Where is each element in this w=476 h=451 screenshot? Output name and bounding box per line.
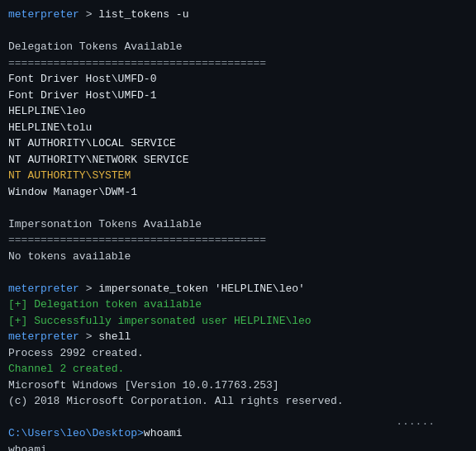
terminal-line: Window Manager\DWM-1 <box>8 184 468 201</box>
terminal-line: Impersonation Tokens Available <box>8 216 468 233</box>
command-text: whoami <box>144 427 183 439</box>
terminal-line: Channel 2 created. <box>8 361 468 377</box>
terminal-line <box>8 264 468 281</box>
terminal-line: HELPLINE\tolu <box>8 120 468 136</box>
terminal-line: whoami <box>8 442 468 452</box>
terminal-line <box>8 200 468 216</box>
terminal-content: meterpreter > list_tokens -u Delegation … <box>8 7 468 451</box>
terminal-line: [+] Delegation token available <box>8 297 468 313</box>
terminal-line: meterpreter > shell <box>8 329 468 345</box>
terminal-window: meterpreter > list_tokens -u Delegation … <box>0 0 476 451</box>
prompt-text: meterpreter <box>8 8 79 21</box>
prompt-text: C:\Users\leo\Desktop> <box>8 427 144 439</box>
terminal-line: NT AUTHORITY\LOCAL SERVICE <box>8 135 468 152</box>
command-text: list_tokens -u <box>98 8 188 21</box>
terminal-line: ======================================== <box>8 232 468 249</box>
terminal-line: (c) 2018 Microsoft Corporation. All righ… <box>8 393 468 410</box>
command-text: impersonate_token 'HELPLINE\leo' <box>98 282 305 295</box>
terminal-line: [+] Successfully impersonated user HELPL… <box>8 313 468 330</box>
scroll-indicator: ...... <box>396 415 435 428</box>
terminal-line: HELPLINE\leo <box>8 103 468 120</box>
terminal-line: Delegation Tokens Available <box>8 39 468 55</box>
terminal-line: meterpreter > list_tokens -u <box>8 7 468 23</box>
terminal-line: NT AUTHORITY\SYSTEM <box>8 168 468 184</box>
command-text: shell <box>98 330 131 343</box>
terminal-line: No tokens available <box>8 249 468 265</box>
prompt-text: meterpreter <box>8 330 79 343</box>
terminal-line: Font Driver Host\UMFD-1 <box>8 88 468 104</box>
terminal-line: NT AUTHORITY\NETWORK SERVICE <box>8 152 468 169</box>
terminal-line: Process 2992 created. <box>8 345 468 362</box>
terminal-line: Microsoft Windows [Version 10.0.17763.25… <box>8 377 468 394</box>
terminal-line: Font Driver Host\UMFD-0 <box>8 71 468 88</box>
terminal-line: ======================================== <box>8 55 468 72</box>
terminal-line: meterpreter > impersonate_token 'HELPLIN… <box>8 281 468 297</box>
prompt-text: meterpreter <box>8 282 79 295</box>
terminal-line <box>8 23 468 40</box>
